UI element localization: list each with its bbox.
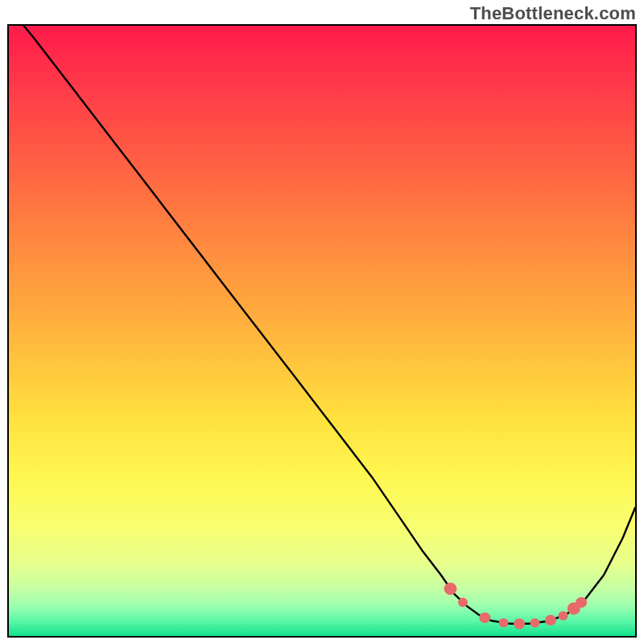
optimal-marker (559, 611, 568, 620)
optimal-marker (479, 613, 490, 623)
chart-svg (9, 26, 635, 636)
optimal-marker (576, 597, 587, 608)
optimal-marker (530, 618, 540, 627)
plot-area (7, 24, 637, 638)
optimal-markers (444, 583, 588, 630)
optimal-marker (499, 618, 509, 627)
optimal-marker (444, 583, 457, 595)
optimal-marker (545, 615, 556, 625)
chart-stage: TheBottleneck.com (0, 0, 644, 644)
optimal-marker (514, 618, 525, 629)
bottleneck-curve (9, 24, 635, 624)
optimal-marker (458, 598, 468, 607)
watermark-text: TheBottleneck.com (470, 3, 636, 24)
